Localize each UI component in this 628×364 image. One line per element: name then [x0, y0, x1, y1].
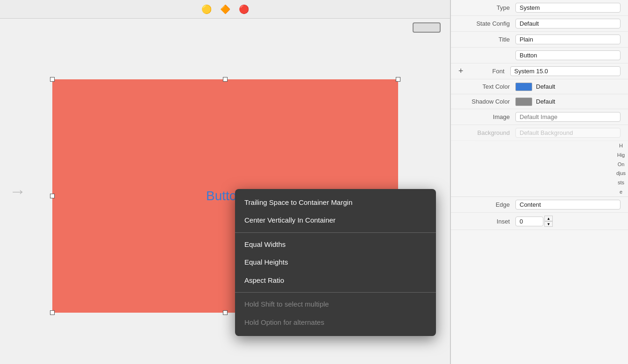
- font-value[interactable]: System 15.0: [510, 66, 621, 76]
- panel-row-shadow-color: Shadow Color Default: [451, 94, 628, 109]
- handle-top-center[interactable]: [223, 77, 228, 82]
- panel-row-edge: Edge Content: [451, 197, 628, 213]
- text-color-value[interactable]: Default: [536, 83, 621, 90]
- type-label: Type: [458, 4, 510, 11]
- side-label-sts: sts: [618, 180, 624, 185]
- side-label-on: On: [618, 161, 625, 167]
- menu-item-aspect-ratio[interactable]: Aspect Ratio: [235, 272, 436, 290]
- left-arrow: →: [9, 182, 26, 201]
- handle-mid-left[interactable]: [50, 194, 55, 198]
- handle-bot-left[interactable]: [50, 310, 55, 315]
- menu-item-hold-shift: Hold Shift to select multiple: [235, 295, 436, 314]
- handle-top-left[interactable]: [50, 77, 55, 82]
- panel-row-inset: Inset ▲ ▼: [451, 213, 628, 230]
- inset-stepper[interactable]: ▲ ▼: [544, 216, 553, 227]
- font-label: Font: [467, 68, 505, 75]
- menu-item-hold-option: Hold Option for alternates: [235, 314, 436, 332]
- background-input[interactable]: [515, 128, 621, 138]
- image-input[interactable]: [515, 112, 621, 122]
- state-config-value[interactable]: Default: [515, 19, 621, 28]
- background-label: Background: [458, 129, 510, 136]
- inset-label: Inset: [458, 218, 510, 225]
- shadow-color-swatch[interactable]: [515, 98, 532, 106]
- panel-row-state-config: State Config Default: [451, 16, 628, 32]
- side-label-djus: djus: [616, 170, 626, 176]
- title-value[interactable]: Plain: [515, 35, 621, 44]
- context-menu: Trailing Space to Container Margin Cente…: [235, 189, 436, 336]
- panel-row-button-text: [451, 48, 628, 63]
- edge-label: Edge: [458, 201, 510, 208]
- side-labels-area: H Hig On djus sts e: [451, 141, 628, 197]
- menu-item-equal-heights[interactable]: Equal Heights: [235, 253, 436, 272]
- side-label-high: Hig: [617, 152, 625, 158]
- menu-item-trailing-space[interactable]: Trailing Space to Container Margin: [235, 194, 436, 212]
- panel-row-image: Image: [451, 109, 628, 125]
- menu-divider-1: [235, 232, 436, 233]
- panel-row-text-color: Text Color Default: [451, 79, 628, 94]
- menu-divider-2: [235, 292, 436, 293]
- menu-item-equal-widths[interactable]: Equal Widths: [235, 236, 436, 254]
- menu-item-center-vertically[interactable]: Center Vertically In Container: [235, 211, 436, 230]
- toolbar-icon-1[interactable]: 🟡: [200, 3, 213, 16]
- button-text-input[interactable]: [515, 50, 621, 60]
- type-value[interactable]: System: [515, 3, 621, 13]
- top-toolbar: 🟡 🔶 🔴: [0, 0, 450, 19]
- panel-row-title: Title Plain: [451, 32, 628, 48]
- canvas-area: 🟡 🔶 🔴 → Button Trailing Space to Conta: [0, 0, 450, 364]
- panel-row-background: Background: [451, 125, 628, 141]
- text-color-label: Text Color: [458, 83, 510, 90]
- right-panel: Type System State Config Default Title P…: [450, 0, 628, 364]
- panel-row-type: Type System: [451, 0, 628, 16]
- font-add-button[interactable]: +: [458, 66, 464, 76]
- handle-bot-center[interactable]: [223, 310, 228, 315]
- shadow-color-label: Shadow Color: [458, 98, 510, 105]
- shadow-color-value[interactable]: Default: [536, 98, 621, 105]
- inset-stepper-up[interactable]: ▲: [544, 216, 553, 221]
- side-label-e: e: [620, 189, 622, 195]
- handle-top-right[interactable]: [396, 77, 400, 82]
- inset-stepper-down[interactable]: ▼: [544, 221, 553, 227]
- side-label-h: H: [619, 143, 623, 148]
- toolbar-icon-2[interactable]: 🔶: [219, 3, 232, 16]
- title-label: Title: [458, 36, 510, 43]
- panel-row-font: + Font System 15.0: [451, 63, 628, 79]
- state-config-label: State Config: [458, 20, 510, 27]
- edge-value[interactable]: Content: [515, 200, 621, 210]
- inset-input[interactable]: [515, 217, 543, 226]
- text-color-swatch[interactable]: [515, 83, 532, 91]
- toolbar-icon-3[interactable]: 🔴: [237, 3, 250, 16]
- image-label: Image: [458, 113, 510, 120]
